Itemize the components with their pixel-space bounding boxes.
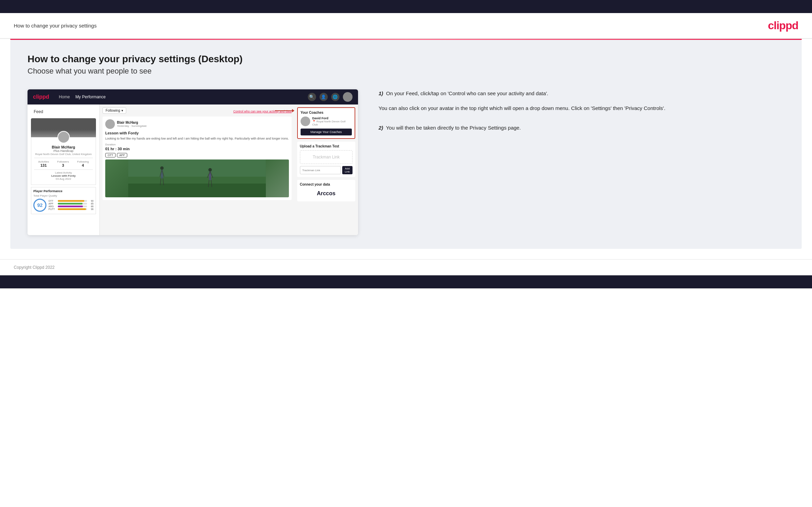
app-right-sidebar: Your Coaches David Ford 📍 Royal North De… (294, 104, 358, 235)
stat-following-label: Following (77, 160, 89, 163)
bar-app-track (58, 203, 87, 205)
activity-user-name: Blair McHarg (117, 121, 147, 124)
following-label: Following (106, 109, 120, 112)
coach-avatar (301, 117, 310, 126)
bar-app-val: 85 (88, 202, 94, 205)
following-button[interactable]: Following ▾ (102, 107, 126, 114)
top-bar (0, 0, 812, 13)
coach-club-text: Royal North Devon Golf Club (312, 120, 346, 126)
page-heading: How to change your privacy settings (Des… (28, 54, 784, 65)
bar-ott-val: 90 (88, 200, 94, 202)
copyright-text: Copyright Clippd 2022 (14, 265, 55, 270)
connect-title: Connect your data (300, 183, 353, 186)
feed-header: Following ▾ Control who can see your act… (102, 107, 292, 114)
stat-activities: Activities 131 (38, 160, 49, 167)
stat-following: Following 4 (77, 160, 89, 167)
bar-arg-track (58, 206, 87, 207)
perf-bars: OTT 90 APP (48, 200, 94, 211)
nav-link-home[interactable]: Home (59, 95, 70, 99)
page-subheading: Choose what you want people to see (28, 67, 784, 76)
instruction-step2-text: 2) You will then be taken directly to th… (379, 124, 784, 132)
svg-point-9 (208, 168, 212, 172)
perf-row: 92 OTT 90 (33, 199, 94, 212)
step2-number: 2) (379, 125, 383, 131)
activity-image (105, 159, 289, 197)
bar-ott-label: OTT (48, 200, 57, 202)
duration-value: 01 hr : 30 min (105, 147, 289, 151)
perf-title: Player Performance (33, 189, 94, 193)
svg-rect-1 (128, 184, 266, 197)
bar-arg-val: 86 (88, 205, 94, 208)
profile-badge: Plus Handicap (34, 149, 93, 153)
instructions-panel: 1) On your Feed, click/tap on 'Control w… (372, 89, 784, 143)
profile-card: Blair McHarg Plus Handicap Royal North D… (31, 118, 96, 185)
coaches-card: Your Coaches David Ford 📍 Royal North De… (298, 108, 355, 138)
instruction-step2: 2) You will then be taken directly to th… (379, 124, 784, 132)
activity-user: Blair McHarg Yesterday · Sunningdale (105, 119, 289, 129)
latest-activity: Latest Activity Lesson with Fordy 03 Aug… (34, 169, 93, 182)
manage-coaches-button[interactable]: Manage Your Coaches (301, 129, 352, 135)
feed-tab[interactable]: Feed (31, 108, 96, 115)
app-nav: clippd Home My Performance 🔍 👤 🌐 (28, 89, 358, 104)
bar-app: APP 85 (48, 202, 94, 205)
activity-title: Lesson with Fordy (105, 131, 289, 135)
trackman-card: Upload a Trackman Test Trackman Link Add… (297, 142, 355, 177)
profile-stats: Activities 131 Followers 3 Following (34, 158, 93, 167)
coaches-title: Your Coaches (301, 111, 352, 114)
bar-arg-fill (58, 206, 83, 207)
app-screenshot: clippd Home My Performance 🔍 👤 🌐 (28, 89, 358, 235)
perf-quality-label: Total Player Quality (33, 194, 94, 197)
add-link-button[interactable]: Add Link (342, 166, 353, 174)
latest-label: Latest Activity (55, 171, 72, 174)
activity-tags: OTT APP (105, 153, 289, 157)
bottom-bar (0, 275, 812, 288)
bar-arg: ARG 86 (48, 205, 94, 208)
bar-app-fill (58, 203, 83, 205)
coach-name: David Ford (312, 117, 352, 120)
profile-club: Royal North Devon Golf Club, United King… (34, 153, 93, 156)
coach-row: David Ford 📍 Royal North Devon Golf Club (301, 117, 352, 126)
instruction-step1-text: 1) On your Feed, click/tap on 'Control w… (379, 89, 784, 98)
svg-rect-2 (128, 159, 266, 177)
logo: clippd (768, 19, 798, 32)
trackman-input[interactable] (300, 166, 341, 174)
nav-link-performance[interactable]: My Performance (75, 95, 106, 99)
stat-followers-value: 3 (57, 163, 69, 167)
bar-putt-val: 96 (88, 208, 94, 210)
app-body: Feed Blair McHarg Plus Handicap Royal No… (28, 104, 358, 235)
trackman-title: Upload a Trackman Test (300, 144, 353, 148)
content-row: clippd Home My Performance 🔍 👤 🌐 (28, 89, 784, 235)
footer: Copyright Clippd 2022 (0, 259, 812, 275)
latest-date: 03 Aug 2022 (56, 177, 71, 180)
stat-activities-value: 131 (38, 163, 49, 167)
app-sidebar: Feed Blair McHarg Plus Handicap Royal No… (28, 104, 100, 235)
location-icon: 📍 (312, 120, 316, 123)
profile-name: Blair McHarg (34, 145, 93, 149)
stat-followers: Followers 3 (57, 160, 69, 167)
profile-avatar (57, 131, 70, 143)
chevron-down-icon: ▾ (121, 109, 123, 112)
bar-app-label: APP (48, 202, 57, 205)
connect-card: Connect your data Arccos (297, 180, 355, 201)
header-title: How to change your privacy settings (14, 23, 97, 29)
step2-text: You will then be taken directly to the P… (386, 125, 521, 131)
search-icon[interactable]: 🔍 (308, 93, 316, 101)
tag-app: APP (117, 153, 127, 157)
header: How to change your privacy settings clip… (0, 13, 812, 39)
person-icon[interactable]: 👤 (320, 93, 328, 101)
activity-user-date: Yesterday · Sunningdale (117, 124, 147, 128)
stat-followers-label: Followers (57, 160, 69, 163)
arccos-brand: Arccos (300, 188, 353, 199)
app-main: Following ▾ Control who can see your act… (100, 104, 294, 235)
app-nav-logo: clippd (33, 94, 49, 100)
tag-ott: OTT (105, 153, 116, 157)
stat-activities-label: Activities (38, 160, 49, 163)
user-avatar[interactable] (343, 92, 353, 102)
bar-putt-fill (58, 208, 86, 210)
coach-club: 📍 Royal North Devon Golf Club (312, 120, 352, 126)
globe-icon[interactable]: 🌐 (331, 93, 339, 101)
instruction-step1-extra: You can also click on your avatar in the… (379, 104, 784, 113)
app-nav-icons: 🔍 👤 🌐 (308, 92, 353, 102)
player-performance: Player Performance Total Player Quality … (31, 187, 96, 214)
bar-ott-fill (58, 200, 84, 202)
